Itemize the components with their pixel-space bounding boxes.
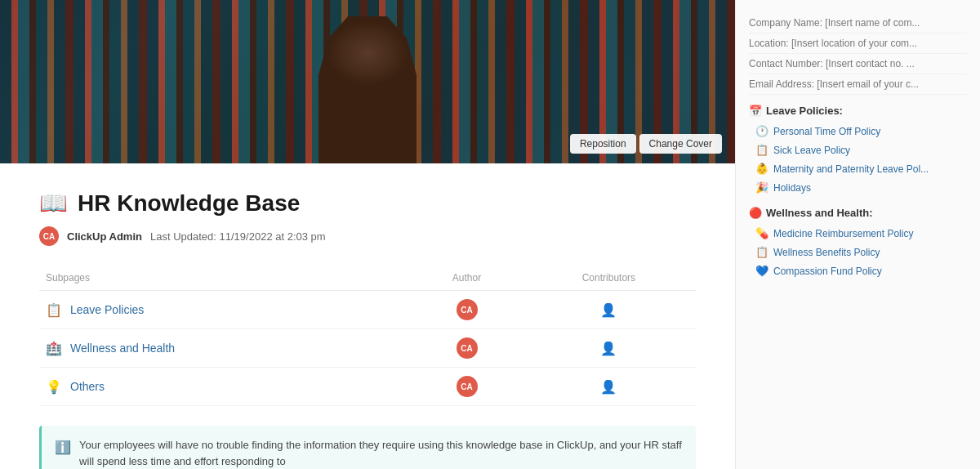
section-label: Leave Policies: <box>766 105 843 117</box>
sidebar-item-icon: 💊 <box>755 227 768 239</box>
sidebar-item-icon: 📋 <box>755 246 768 258</box>
sidebar-nav-item[interactable]: 💙Compassion Fund Policy <box>749 261 967 280</box>
sidebar-nav-item[interactable]: 💊Medicine Reimbursement Policy <box>749 224 967 243</box>
row-name[interactable]: Leave Policies <box>70 303 144 316</box>
sidebar-field: Email Address: [Insert email of your c..… <box>749 74 967 95</box>
change-cover-button[interactable]: Change Cover <box>639 134 722 154</box>
sidebar-item-label: Medicine Reimbursement Policy <box>773 228 913 239</box>
right-sidebar: Company Name: [Insert name of com...Loca… <box>735 0 980 469</box>
row-name[interactable]: Wellness and Health <box>70 342 175 355</box>
page-emoji: 📖 <box>39 190 68 217</box>
sidebar-field: Company Name: [Insert name of com... <box>749 13 967 34</box>
meta-row: CA ClickUp Admin Last Updated: 11/19/202… <box>39 226 696 246</box>
row-author-avatar: CA <box>457 299 478 320</box>
author-name: ClickUp Admin <box>67 230 142 243</box>
subpages-table: Subpages Author Contributors 📋 Leave Pol… <box>39 269 696 406</box>
sidebar-item-icon: 👶 <box>755 163 768 175</box>
sidebar-item-label: Compassion Fund Policy <box>773 266 882 277</box>
callout-icon: ℹ️ <box>55 438 71 469</box>
callout-text: Your employees will have no trouble find… <box>79 437 683 469</box>
sidebar-item-icon: 🕐 <box>755 125 768 137</box>
sidebar-field: Location: [Insert location of your com..… <box>749 34 967 54</box>
page-body: 📖 HR Knowledge Base CA ClickUp Admin Las… <box>0 163 735 469</box>
row-contributor: 👤 <box>522 368 696 406</box>
sidebar-item-label: Personal Time Off Policy <box>773 126 880 137</box>
row-author-avatar: CA <box>457 337 478 359</box>
sidebar-item-icon: 📋 <box>755 144 768 156</box>
table-row[interactable]: 🏥 Wellness and Health CA 👤 <box>39 329 696 368</box>
sidebar-fields: Company Name: [Insert name of com...Loca… <box>749 13 967 95</box>
row-contributor: 👤 <box>522 291 696 329</box>
page-title-row: 📖 HR Knowledge Base <box>39 190 696 217</box>
cover-buttons: Reposition Change Cover <box>570 134 722 154</box>
row-contributor: 👤 <box>522 329 696 368</box>
row-name[interactable]: Others <box>70 380 105 393</box>
sidebar-nav-item[interactable]: 📋Wellness Benefits Policy <box>749 243 967 261</box>
sidebar-nav-item[interactable]: 📋Sick Leave Policy <box>749 141 967 159</box>
section-icon: 📅 <box>749 105 762 117</box>
info-callout: ℹ️ Your employees will have no trouble f… <box>39 426 696 469</box>
col-subpages: Subpages <box>39 269 412 291</box>
col-contributors: Contributors <box>522 269 696 291</box>
sidebar-field: Contact Number: [Insert contact no. ... <box>749 54 967 74</box>
page-title: HR Knowledge Base <box>78 190 300 217</box>
sidebar-section-title: 📅Leave Policies: <box>749 105 967 117</box>
sidebar-nav-item[interactable]: 🎉Holidays <box>749 178 967 197</box>
sidebar-nav-item[interactable]: 🕐Personal Time Off Policy <box>749 122 967 141</box>
sidebar-nav-item[interactable]: 👶Maternity and Paternity Leave Pol... <box>749 159 967 178</box>
sidebar-item-label: Sick Leave Policy <box>773 145 850 156</box>
author-avatar: CA <box>39 226 59 246</box>
table-row[interactable]: 💡 Others CA 👤 <box>39 368 696 406</box>
sidebar-item-icon: 🎉 <box>755 181 768 194</box>
table-row[interactable]: 📋 Leave Policies CA 👤 <box>39 291 696 329</box>
sidebar-item-label: Wellness Benefits Policy <box>773 247 880 258</box>
row-author-avatar: CA <box>457 376 478 397</box>
col-author: Author <box>412 269 522 291</box>
main-content: Reposition Change Cover 📖 HR Knowledge B… <box>0 0 735 469</box>
sidebar-sections: 📅Leave Policies:🕐Personal Time Off Polic… <box>749 105 967 280</box>
row-icon: 📋 <box>46 302 62 318</box>
sidebar-section-title: 🔴Wellness and Health: <box>749 207 967 219</box>
person-silhouette <box>318 16 416 163</box>
row-icon: 🏥 <box>46 341 62 356</box>
section-icon: 🔴 <box>749 207 762 219</box>
last-updated: Last Updated: 11/19/2022 at 2:03 pm <box>150 230 326 243</box>
sidebar-item-label: Maternity and Paternity Leave Pol... <box>773 163 929 175</box>
sidebar-item-icon: 💙 <box>755 265 768 277</box>
cover-image: Reposition Change Cover <box>0 0 735 163</box>
section-label: Wellness and Health: <box>766 207 873 219</box>
reposition-button[interactable]: Reposition <box>570 134 636 154</box>
sidebar-item-label: Holidays <box>773 182 811 194</box>
row-icon: 💡 <box>46 379 62 395</box>
